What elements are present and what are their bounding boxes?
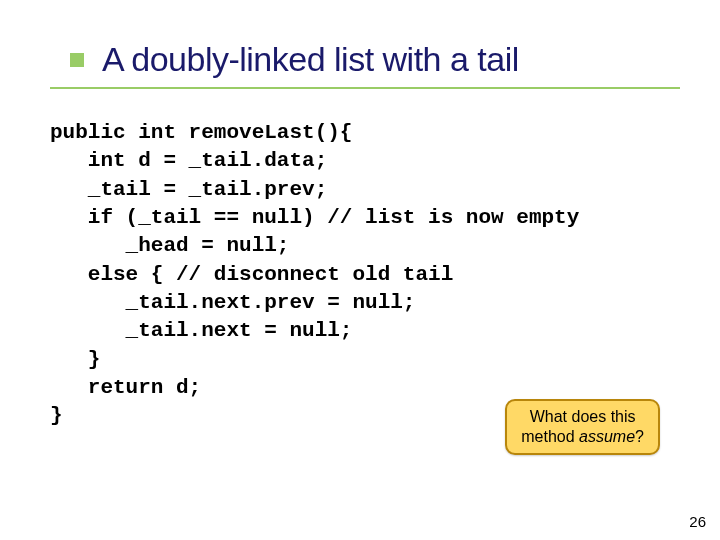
callout-line2-suffix: ? (635, 428, 644, 445)
bullet-icon (70, 53, 84, 67)
slide-title: A doubly-linked list with a tail (102, 40, 519, 79)
callout-box: What does this method assume? (505, 399, 660, 455)
title-underline (50, 87, 680, 89)
callout-line2-em: assume (579, 428, 635, 445)
callout-line2-prefix: method (521, 428, 579, 445)
code-block: public int removeLast(){ int d = _tail.d… (50, 119, 670, 431)
callout-line1: What does this (530, 408, 636, 425)
slide: A doubly-linked list with a tail public … (0, 0, 720, 540)
page-number: 26 (689, 513, 706, 530)
title-row: A doubly-linked list with a tail (70, 40, 670, 79)
